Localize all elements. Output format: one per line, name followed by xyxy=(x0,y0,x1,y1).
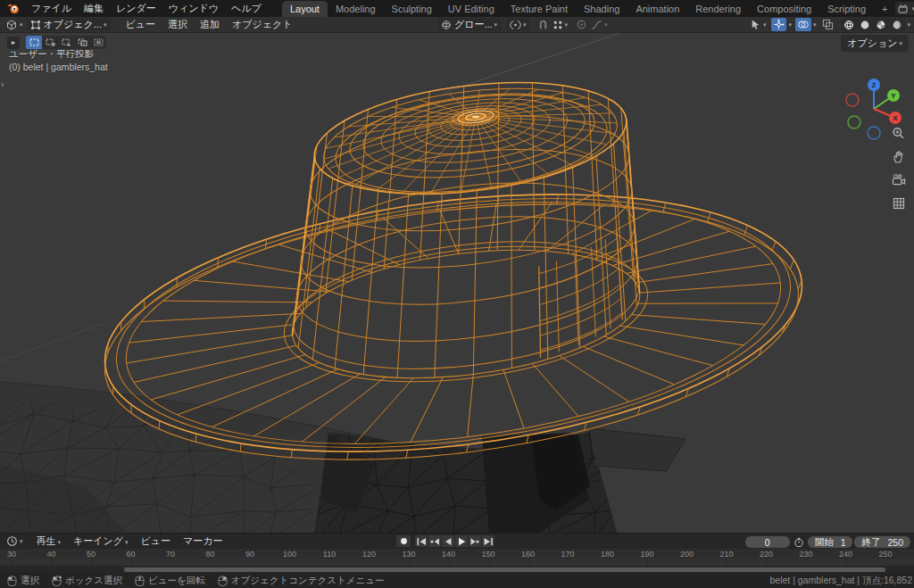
gizmo-axis-label: Y xyxy=(891,92,896,100)
select-box-new-button[interactable] xyxy=(26,36,42,49)
zoom-button[interactable] xyxy=(891,126,906,141)
solid-sphere-icon xyxy=(860,20,870,30)
proportional-edit-icon xyxy=(576,19,587,30)
overlays-icon xyxy=(797,19,810,30)
camera-icon xyxy=(892,174,906,186)
topbar: ファイル編集レンダーウィンドウヘルプ LayoutModelingSculpti… xyxy=(0,0,914,17)
tool-settings-toggle[interactable]: ▸ xyxy=(7,37,20,49)
current-frame-field[interactable]: 0 xyxy=(745,536,790,548)
gizmo-toggle-icon xyxy=(773,19,785,30)
editor-type-button[interactable]: ▾ xyxy=(4,18,25,31)
timeline-ruler[interactable]: 3040506070809010011012013014015016017018… xyxy=(0,549,914,559)
frame-end-field[interactable]: 終了 250 xyxy=(854,536,910,548)
tab-modeling[interactable]: Modeling xyxy=(328,1,384,17)
snap-target-dropdown[interactable]: ▾ xyxy=(551,18,570,31)
orientation-caret-icon: ▾ xyxy=(494,21,498,28)
mode-dropdown[interactable]: オブジェク... ▾ xyxy=(27,18,111,31)
ruler-tick xyxy=(647,559,648,566)
select-intersect-icon xyxy=(94,38,104,46)
topbar-menu-0[interactable]: ファイル xyxy=(25,0,78,17)
tab-shading[interactable]: Shading xyxy=(576,1,627,17)
play-button[interactable] xyxy=(455,535,468,547)
pivot-point-dropdown[interactable]: ▾ xyxy=(506,18,530,31)
gizmo-axis-neg[interactable] xyxy=(848,116,860,128)
selectability-dropdown[interactable]: ▾ xyxy=(748,18,769,31)
tab--[interactable]: + xyxy=(874,1,895,17)
tab-compositing[interactable]: Compositing xyxy=(749,1,819,17)
timeline-menu-0[interactable]: 再生▾ xyxy=(30,533,68,550)
ruler-tick-label: 140 xyxy=(442,550,455,559)
scene-selector[interactable]: ▾ Scene xyxy=(895,2,914,15)
gizmo-caret-icon[interactable]: ▾ xyxy=(788,21,792,28)
shading-wireframe-button[interactable] xyxy=(841,18,857,31)
timeline-menu-label-2: ビュー xyxy=(141,535,171,546)
viewport-menu-1[interactable]: 選択 xyxy=(162,16,194,33)
topbar-menu-2[interactable]: レンダー xyxy=(110,0,162,17)
topbar-menu-1[interactable]: 編集 xyxy=(78,0,110,17)
show-gizmo-button[interactable] xyxy=(771,18,786,31)
tab-sculpting[interactable]: Sculpting xyxy=(384,1,440,17)
overlays-caret-icon[interactable]: ▾ xyxy=(813,21,817,28)
blender-logo-icon[interactable] xyxy=(6,3,20,14)
shading-rendered-button[interactable] xyxy=(889,18,905,31)
timeline-track[interactable] xyxy=(0,559,914,566)
shading-caret-icon[interactable]: ▾ xyxy=(907,21,910,28)
frame-start-value: 1 xyxy=(841,537,846,548)
ortho-toggle-button[interactable] xyxy=(891,195,906,211)
timeline-menu-caret-0: ▾ xyxy=(58,539,62,545)
falloff-dropdown[interactable]: ▾ xyxy=(589,18,610,31)
ruler-tick-label: 180 xyxy=(601,550,614,559)
jump-end-button[interactable] xyxy=(482,535,494,547)
show-overlays-button[interactable] xyxy=(795,18,811,31)
ruler-tick-label: 50 xyxy=(87,550,96,559)
frame-start-field[interactable]: 開始 1 xyxy=(808,536,853,548)
options-dropdown[interactable]: オプション ▾ xyxy=(841,35,909,52)
gizmo-axis-neg[interactable] xyxy=(846,94,859,106)
timeline-editor-type-button[interactable]: ▾ xyxy=(4,534,25,548)
tab-layout[interactable]: Layout xyxy=(282,1,328,17)
prev-keyframe-button[interactable] xyxy=(428,535,441,547)
tab-texture-paint[interactable]: Texture Paint xyxy=(503,1,576,17)
gizmo-axis-neg[interactable] xyxy=(868,127,880,139)
use-preview-range-button[interactable] xyxy=(792,535,806,549)
ruler-tick xyxy=(91,559,92,566)
transform-orientation-dropdown[interactable]: グロー... ▾ xyxy=(437,18,501,31)
timeline-header: ▾ 再生▾キーイング▾ビューマーカー 0 開始 1 終了 xyxy=(0,534,914,549)
blender-logo-glyph xyxy=(6,3,20,14)
xray-toggle-button[interactable] xyxy=(820,18,835,31)
topbar-menu-4[interactable]: ヘルプ xyxy=(225,0,268,17)
camera-view-button[interactable] xyxy=(891,172,906,187)
shading-material-button[interactable] xyxy=(873,18,889,31)
next-keyframe-button[interactable] xyxy=(469,535,481,547)
ruler-tick xyxy=(767,559,768,566)
topbar-menu-3[interactable]: ウィンドウ xyxy=(162,0,225,17)
select-intersect-button[interactable] xyxy=(90,36,106,49)
viewport-menu-3[interactable]: オブジェクト xyxy=(226,16,299,33)
jump-start-button[interactable] xyxy=(415,535,428,547)
auto-keyframe-button[interactable] xyxy=(396,535,411,547)
select-invert-button[interactable] xyxy=(74,36,90,49)
proportional-edit-button[interactable] xyxy=(574,18,589,31)
play-reverse-button[interactable] xyxy=(442,535,454,547)
tab-uv-editing[interactable]: UV Editing xyxy=(440,1,503,17)
viewport-menu-0[interactable]: ビュー xyxy=(120,16,162,33)
shading-solid-button[interactable] xyxy=(857,18,873,31)
timeline-scrollbar[interactable] xyxy=(124,567,885,572)
pan-button[interactable] xyxy=(891,149,906,164)
select-invert-icon xyxy=(78,38,87,46)
viewport-menu-2[interactable]: 追加 xyxy=(194,16,226,33)
timeline-menu-2[interactable]: ビュー xyxy=(135,533,178,550)
tab-rendering[interactable]: Rendering xyxy=(687,1,749,17)
select-extend-button[interactable] xyxy=(42,36,58,49)
viewport-3d[interactable]: ▸ xyxy=(0,33,914,533)
select-subtract-button[interactable] xyxy=(58,36,74,49)
timeline-menu-3[interactable]: マーカー xyxy=(177,533,229,550)
tab-scripting[interactable]: Scripting xyxy=(819,1,874,17)
tab-animation[interactable]: Animation xyxy=(627,1,687,17)
region-expand-icon[interactable]: › xyxy=(1,79,4,89)
snap-toggle-button[interactable] xyxy=(536,18,551,31)
timeline-menu-1[interactable]: キーイング▾ xyxy=(67,533,135,550)
scene-browse-button[interactable]: ▾ xyxy=(895,2,914,15)
ruler-tick xyxy=(608,559,609,566)
viewport-canvas[interactable] xyxy=(0,33,914,533)
